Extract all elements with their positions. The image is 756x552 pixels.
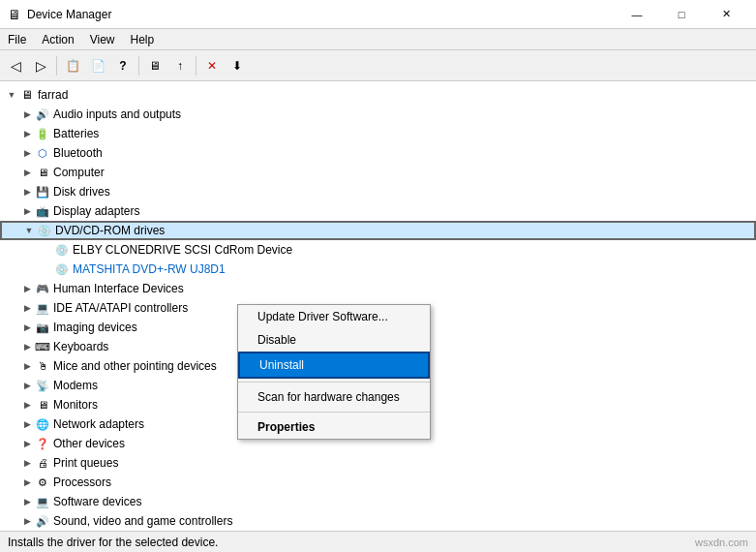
toolbar-uninstall[interactable]: ✕ (200, 54, 224, 77)
maximize-button[interactable]: □ (659, 0, 704, 29)
batteries-toggle[interactable]: ▶ (19, 126, 35, 141)
displayadapters-icon: 📺 (35, 203, 50, 219)
mice-label: Mice and other pointing devices (53, 359, 217, 373)
ide-toggle[interactable]: ▶ (19, 300, 35, 316)
tree-root[interactable]: ▼ 🖥 farrad (0, 85, 756, 105)
toolbar-computer[interactable]: 🖥 (143, 54, 166, 77)
mice-icon: 🖱 (35, 358, 50, 374)
context-separator-2 (238, 412, 430, 413)
tree-item-print[interactable]: ▶ 🖨 Print queues (0, 453, 756, 473)
other-toggle[interactable]: ▶ (19, 436, 35, 451)
displayadapters-toggle[interactable]: ▶ (19, 203, 35, 219)
computer-toggle[interactable]: ▶ (19, 165, 35, 180)
menu-view[interactable]: View (82, 31, 123, 48)
other-label: Other devices (53, 437, 125, 450)
keyboards-toggle[interactable]: ▶ (19, 339, 35, 354)
title-bar: 🖥 Device Manager — □ ✕ (0, 0, 756, 29)
network-toggle[interactable]: ▶ (19, 416, 35, 432)
toolbar-sep-3 (196, 56, 197, 76)
menu-file[interactable]: File (0, 31, 34, 48)
tree-item-sound[interactable]: ▶ 🔊 Sound, video and game controllers (0, 511, 756, 531)
minimize-button[interactable]: — (615, 0, 659, 29)
processors-label: Processors (53, 475, 111, 489)
toolbar-sep-2 (138, 56, 139, 76)
toolbar-properties[interactable]: 📋 (61, 54, 84, 77)
context-uninstall[interactable]: Uninstall (238, 352, 430, 379)
software-toggle[interactable]: ▶ (19, 494, 35, 509)
status-bar: Installs the driver for the selected dev… (0, 531, 756, 552)
monitors-label: Monitors (53, 398, 98, 412)
context-update[interactable]: Update Driver Software... (238, 305, 430, 328)
sound-toggle[interactable]: ▶ (19, 513, 35, 529)
toolbar-scan[interactable]: ↑ (168, 54, 192, 77)
bluetooth-label: Bluetooth (53, 146, 103, 160)
root-toggle[interactable]: ▼ (4, 87, 19, 103)
tree-item-batteries[interactable]: ▶ 🔋 Batteries (0, 124, 756, 143)
imaging-toggle[interactable]: ▶ (19, 320, 35, 335)
sound-label: Sound, video and game controllers (53, 514, 232, 528)
monitors-icon: 🖥 (35, 397, 50, 413)
diskdrives-toggle[interactable]: ▶ (19, 184, 35, 199)
toolbar-update[interactable]: 📄 (86, 54, 109, 77)
print-toggle[interactable]: ▶ (19, 455, 35, 471)
hid-icon: 🎮 (35, 281, 50, 296)
print-label: Print queues (53, 456, 118, 470)
toolbar-back[interactable]: ◁ (4, 54, 27, 77)
tree-item-audio[interactable]: ▶ 🔊 Audio inputs and outputs (0, 105, 756, 124)
window-title: Device Manager (27, 8, 111, 21)
elby-label: ELBY CLONEDRIVE SCSI CdRom Device (73, 243, 292, 257)
toolbar-download[interactable]: ⬇ (226, 54, 249, 77)
modems-toggle[interactable]: ▶ (19, 378, 35, 393)
toolbar-forward[interactable]: ▷ (29, 54, 52, 77)
other-icon: ❓ (35, 436, 50, 451)
audio-toggle[interactable]: ▶ (19, 107, 35, 122)
context-properties[interactable]: Properties (238, 415, 430, 439)
tree-item-hid[interactable]: ▶ 🎮 Human Interface Devices (0, 279, 756, 298)
context-separator (238, 382, 430, 383)
network-icon: 🌐 (35, 416, 50, 432)
tree-item-bluetooth[interactable]: ▶ ⬡ Bluetooth (0, 143, 756, 163)
toolbar: ◁ ▷ 📋 📄 ? 🖥 ↑ ✕ ⬇ (0, 50, 756, 81)
audio-label: Audio inputs and outputs (53, 107, 181, 121)
hid-toggle[interactable]: ▶ (19, 281, 35, 296)
bluetooth-toggle[interactable]: ▶ (19, 145, 35, 161)
title-bar-controls: — □ ✕ (615, 0, 748, 29)
menu-action[interactable]: Action (34, 31, 81, 48)
context-menu: Update Driver Software... Disable Uninst… (237, 304, 431, 440)
keyboards-icon: ⌨ (35, 339, 50, 354)
processors-toggle[interactable]: ▶ (19, 475, 35, 490)
bluetooth-icon: ⬡ (35, 145, 50, 161)
print-icon: 🖨 (35, 455, 50, 471)
toolbar-help[interactable]: ? (111, 54, 135, 77)
matshita-label: MATSHITA DVD+-RW UJ8D1 (73, 262, 226, 276)
computer-label: Computer (53, 166, 105, 179)
monitors-toggle[interactable]: ▶ (19, 397, 35, 413)
dvd-toggle[interactable]: ▼ (21, 223, 37, 238)
tree-item-software[interactable]: ▶ 💻 Software devices (0, 492, 756, 511)
tree-item-dvd[interactable]: ▼ 💿 DVD/CD-ROM drives (0, 221, 756, 240)
batteries-label: Batteries (53, 127, 99, 140)
status-text: Installs the driver for the selected dev… (8, 536, 218, 549)
tree-item-matshita[interactable]: 💿 MATSHITA DVD+-RW UJ8D1 (0, 260, 756, 279)
tree-item-diskdrives[interactable]: ▶ 💾 Disk drives (0, 182, 756, 201)
batteries-icon: 🔋 (35, 126, 50, 141)
menu-bar: File Action View Help (0, 29, 756, 50)
context-disable[interactable]: Disable (238, 328, 430, 352)
mice-toggle[interactable]: ▶ (19, 358, 35, 374)
tree-item-elby[interactable]: 💿 ELBY CLONEDRIVE SCSI CdRom Device (0, 240, 756, 260)
menu-help[interactable]: Help (123, 31, 163, 48)
close-button[interactable]: ✕ (704, 0, 748, 29)
processors-icon: ⚙ (35, 475, 50, 490)
ide-label: IDE ATA/ATAPI controllers (53, 301, 188, 315)
context-scan[interactable]: Scan for hardware changes (238, 385, 430, 409)
displayadapters-label: Display adapters (53, 204, 139, 218)
tree-item-displayadapters[interactable]: ▶ 📺 Display adapters (0, 201, 756, 221)
hid-label: Human Interface Devices (53, 282, 184, 295)
tree-item-processors[interactable]: ▶ ⚙ Processors (0, 473, 756, 492)
audio-icon: 🔊 (35, 107, 50, 122)
elby-toggle (39, 242, 54, 258)
imaging-icon: 📷 (35, 320, 50, 335)
title-bar-left: 🖥 Device Manager (8, 7, 111, 22)
tree-item-computer[interactable]: ▶ 🖥 Computer (0, 163, 756, 182)
device-tree[interactable]: ▼ 🖥 farrad ▶ 🔊 Audio inputs and outputs … (0, 81, 756, 531)
